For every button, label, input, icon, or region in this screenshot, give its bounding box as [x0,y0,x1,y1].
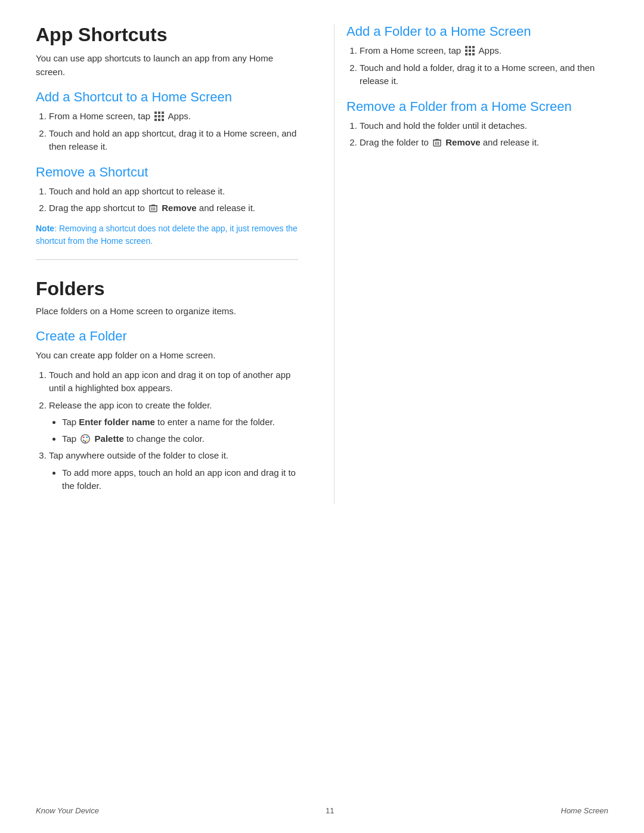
svg-rect-21 [465,46,467,48]
note-text: : Removing a shortcut does not delete th… [36,224,298,246]
svg-rect-25 [469,49,471,52]
section-divider [36,259,298,260]
svg-rect-7 [158,119,160,121]
svg-rect-6 [154,119,157,121]
svg-rect-5 [162,115,164,117]
folders-intro: Place folders on a Home screen to organi… [36,305,298,318]
svg-point-19 [86,439,88,441]
page: App Shortcuts You can use app shortcuts … [0,0,644,833]
trash-icon [148,203,158,213]
add-shortcut-step2: Touch and hold an app shortcut, drag it … [49,127,298,154]
remove-shortcut-note: Note: Removing a shortcut does not delet… [36,222,298,247]
create-folder-bullet3: To add more apps, touch an hold an app i… [62,466,298,493]
remove-shortcut-list: Touch and hold an app shortcut to releas… [36,185,298,215]
svg-rect-4 [158,115,160,117]
footer-right: Home Screen [561,806,608,815]
remove-folder-step1: Touch and hold the folder until it detac… [360,119,608,133]
add-folder-step2: Touch and hold a folder, drag it to a Ho… [360,61,608,88]
svg-rect-29 [472,53,475,55]
svg-point-18 [83,439,85,441]
left-column: App Shortcuts You can use app shortcuts … [36,24,310,504]
folders-title: Folders [36,278,298,300]
app-shortcuts-title: App Shortcuts [36,24,298,46]
remove-shortcut-heading: Remove a Shortcut [36,165,298,180]
svg-point-20 [85,441,86,442]
svg-rect-3 [154,115,157,117]
svg-rect-22 [469,46,471,48]
folders-section: Folders Place folders on a Home screen t… [36,278,298,318]
svg-rect-0 [154,112,157,114]
add-shortcut-list: From a Home screen, tap [36,110,298,154]
remove-folder-list: Touch and hold the folder until it detac… [346,119,608,150]
svg-rect-8 [162,119,164,121]
remove-bold: Remove [162,203,196,213]
add-shortcut-heading: Add a Shortcut to a Home Screen [36,89,298,105]
right-column: Add a Folder to a Home Screen From a Hom… [334,24,608,504]
add-folder-list: From a Home screen, tap [346,44,608,88]
svg-rect-24 [465,49,467,52]
svg-rect-27 [465,53,467,55]
footer-left: Know Your Device [36,806,99,815]
remove-shortcut-section: Remove a Shortcut Touch and hold an app … [36,165,298,247]
remove-shortcut-step2: Drag the app shortcut to [49,202,298,215]
add-folder-step1: From a Home screen, tap [360,44,608,58]
remove-folder-bold: Remove [445,137,480,147]
svg-rect-1 [158,112,160,114]
remove-shortcut-step1: Touch and hold an app shortcut to releas… [49,185,298,199]
remove-folder-heading: Remove a Folder from a Home Screen [346,99,608,114]
add-folder-section: Add a Folder to a Home Screen From a Hom… [346,24,608,88]
create-folder-step2-bullets: Tap Enter folder name to enter a name fo… [49,416,298,445]
svg-point-16 [83,436,85,438]
note-label: Note [36,224,54,233]
create-folder-step2: Release the app icon to create the folde… [49,399,298,446]
svg-rect-23 [472,46,475,48]
create-folder-intro: You can create app folder on a Home scre… [36,349,298,363]
trash-icon-2 [432,138,442,147]
remove-folder-step2: Drag the folder to [360,136,608,150]
create-folder-list: Touch and hold an app icon and drag it o… [36,368,298,493]
remove-folder-section: Remove a Folder from a Home Screen Touch… [346,99,608,150]
apps-icon-2 [465,45,475,56]
app-shortcuts-intro: You can use app shortcuts to launch an a… [36,52,298,79]
enter-folder-name-bold: Enter folder name [79,417,155,427]
palette-bold: Palette [95,433,124,444]
add-shortcut-step1: From a Home screen, tap [49,110,298,123]
svg-rect-26 [472,49,475,52]
add-folder-heading: Add a Folder to a Home Screen [346,24,608,39]
create-folder-heading: Create a Folder [36,329,298,344]
create-folder-bullet2: Tap [62,432,298,446]
create-folder-bullet1: Tap Enter folder name to enter a name fo… [62,416,298,429]
footer: Know Your Device 11 Home Screen [0,806,644,815]
create-folder-step1: Touch and hold an app icon and drag it o… [49,368,298,395]
svg-rect-28 [469,53,471,55]
footer-page-number: 11 [326,806,334,815]
svg-point-17 [86,436,88,438]
svg-rect-2 [162,112,164,114]
app-shortcuts-section: App Shortcuts You can use app shortcuts … [36,24,298,79]
add-shortcut-section: Add a Shortcut to a Home Screen From a H… [36,89,298,154]
create-folder-step3: Tap anywhere outside of the folder to cl… [49,449,298,493]
create-folder-section: Create a Folder You can create app folde… [36,329,298,493]
palette-icon [80,433,91,444]
apps-icon [154,111,165,122]
create-folder-step3-bullets: To add more apps, touch an hold an app i… [49,466,298,493]
